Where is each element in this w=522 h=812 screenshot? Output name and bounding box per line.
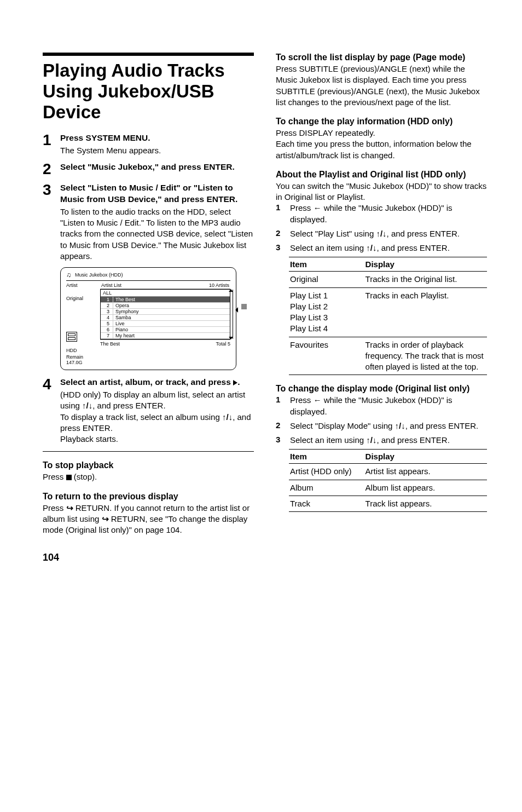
about-heading: About the Playlist and Original list (HD… — [276, 170, 487, 180]
stop-marker-icon — [241, 304, 247, 309]
step-text: Playback starts. — [60, 434, 254, 445]
table-row: Album Album list appears. — [289, 480, 487, 496]
table-header-display: Display — [364, 450, 487, 464]
step-number: 3 — [43, 182, 60, 262]
playlist-cell: Play List 1 Play List 2 Play List 3 Play… — [289, 287, 364, 337]
scroll-heading: To scroll the list display by page (Page… — [276, 53, 487, 62]
list-item: 7My heart — [101, 333, 230, 339]
table-header-display: Display — [364, 257, 487, 272]
step-text: The System Menu appears. — [60, 145, 161, 156]
jb-remain-val: 147.0G — [66, 360, 83, 365]
jb-footer-left: The Best — [100, 341, 216, 347]
list-mode-icon — [66, 332, 77, 342]
left-arrow-icon: ← — [314, 203, 322, 214]
music-note-icon — [66, 271, 72, 279]
jb-hdd-label: HDD — [66, 348, 77, 353]
substep-2: 2 Select "Play List" using ↑/↓, and pres… — [276, 228, 487, 239]
substep-3: 3 Select an item using ↑/↓, and press EN… — [276, 243, 487, 254]
return-icon — [66, 503, 73, 512]
list-item: 2Opera — [101, 303, 230, 309]
table-row: Artist (HDD only) Artist list appears. — [289, 464, 487, 480]
step-text: To display a track list, select an album… — [60, 412, 254, 434]
table-header-item: Item — [289, 257, 364, 272]
page-number: 104 — [43, 552, 487, 563]
list-item: 1The Best — [101, 297, 230, 303]
step-number: 2 — [43, 162, 60, 177]
return-text: Press RETURN. If you cannot return to th… — [43, 503, 254, 536]
step-heading: Press SYSTEM MENU. — [60, 133, 161, 144]
left-arrow-icon: ← — [314, 395, 322, 406]
return-heading: To return to the previous display — [43, 492, 254, 502]
pointer-icon — [235, 307, 238, 313]
play-icon — [233, 380, 237, 385]
step-1: 1 Press SYSTEM MENU. The System Menu app… — [43, 133, 254, 156]
jb-list-head-right: 10 Artists — [209, 283, 229, 288]
table-row: Track Track list appears. — [289, 496, 487, 511]
substep-3b: 3 Select an item using ↑/↓, and press EN… — [276, 435, 487, 446]
stop-playback-heading: To stop playback — [43, 460, 254, 470]
step-text: (HDD only) To display an album list, sel… — [60, 389, 254, 412]
up-down-arrow-icon: ↑/↓ — [222, 412, 233, 422]
step-heading: Select "Listen to Music / Edit" or "List… — [60, 182, 254, 205]
substep-2b: 2 Select "Display Mode" using ↑/↓, and p… — [276, 421, 487, 431]
section-rule — [43, 53, 254, 56]
list-item: 3Symphony — [101, 309, 230, 315]
table-row: Play List 1 Play List 2 Play List 3 Play… — [289, 287, 487, 337]
mode-heading: To change the display mode (Original lis… — [276, 384, 487, 394]
step-4: 4 Select an artist, album, or track, and… — [43, 377, 254, 445]
step-heading: Select an artist, album, or track, and p… — [60, 377, 254, 388]
list-item: 4Samba — [101, 315, 230, 321]
table-row: Original Tracks in the Original list. — [289, 272, 487, 287]
jb-footer-right: Total 5 — [216, 341, 230, 347]
jukebox-illustration: Music Jukebox (HDD) Artist Original Arti… — [60, 267, 236, 370]
scrollbar-icon — [230, 290, 233, 339]
stop-playback-text: Press (stop). — [43, 471, 254, 482]
jb-original-label: Original — [66, 296, 98, 301]
table-header-item: Item — [289, 450, 364, 464]
return-icon — [102, 514, 109, 523]
step-2: 2 Select "Music Jukebox," and press ENTE… — [43, 162, 254, 177]
playlist-table: Item Display Original Tracks in the Orig… — [289, 257, 487, 375]
about-body: You can switch the "Music Jukebox (HDD)"… — [276, 181, 487, 203]
substep-1: 1 Press ← while the "Music Jukebox (HDD)… — [276, 203, 487, 225]
up-down-arrow-icon: ↑/↓ — [376, 229, 386, 238]
display-mode-table: Item Display Artist (HDD only) Artist li… — [289, 449, 487, 512]
table-row: Favourites Tracks in order of playback f… — [289, 337, 487, 375]
substep-1b: 1 Press ← while the "Music Jukebox (HDD)… — [276, 395, 487, 417]
step-3: 3 Select "Listen to Music / Edit" or "Li… — [43, 182, 254, 262]
up-down-arrow-icon: ↑/↓ — [366, 243, 376, 252]
step-heading: Select "Music Jukebox," and press ENTER. — [60, 162, 235, 173]
up-down-arrow-icon: ↑/↓ — [366, 435, 376, 445]
change-info-body: Press DISPLAY repeatedly. Each time you … — [276, 128, 487, 161]
list-item: 6Piano — [101, 327, 230, 333]
step-number: 4 — [43, 377, 60, 445]
up-down-arrow-icon: ↑/↓ — [395, 421, 405, 430]
step-text: To listen to the audio tracks on the HDD… — [60, 206, 254, 262]
scroll-body: Press SUBTITLE (previous)/ANGLE (next) w… — [276, 64, 487, 108]
change-info-heading: To change the play information (HDD only… — [276, 117, 487, 126]
jb-all-row: ALL — [101, 290, 230, 297]
stop-icon — [66, 475, 72, 480]
page-title: Playing Audio Tracks Using Jukebox/USB D… — [43, 60, 254, 123]
up-down-arrow-icon: ↑/↓ — [82, 401, 92, 410]
step-number: 1 — [43, 133, 60, 156]
list-item: 5Live — [101, 321, 230, 327]
jb-remain-label: Remain — [66, 354, 83, 360]
jb-list-head-left: Artist List — [101, 283, 121, 288]
jukebox-title: Music Jukebox (HDD) — [75, 272, 123, 278]
jb-artist-label: Artist — [66, 283, 98, 288]
